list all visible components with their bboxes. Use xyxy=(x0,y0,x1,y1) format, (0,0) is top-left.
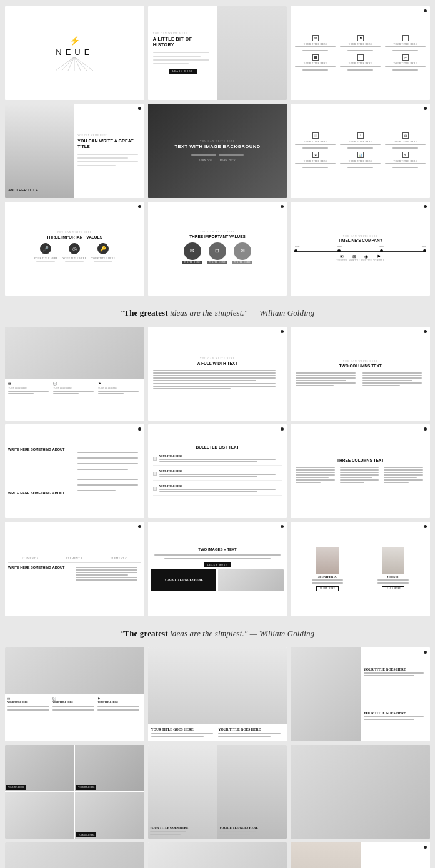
two-img-btn[interactable]: LEARN MORE xyxy=(204,562,232,567)
persons-layout: JENNIFER A. LEARN MORE JOHN D. LEARN MOR… xyxy=(296,547,425,591)
img-left: YOUR TITLE GOES HERE xyxy=(151,569,217,591)
history-title: A LITTLE BIT OF HISTORY xyxy=(153,36,212,47)
arch-bg: YOUR TITLE GOES HERE YOUR TITLE GOES HER… xyxy=(148,647,288,741)
icon-item-6: ✂ YOUR TITLE HERE xyxy=(384,54,427,72)
history-btn[interactable]: LEARN MORE xyxy=(169,69,197,74)
slide-text-img-bg[interactable]: YOU CAN WRITE HERE TEXT WITH IMAGE BACKG… xyxy=(148,104,288,197)
slide-photo-stairs-2[interactable]: YOUR TITLE GOES HERE YOUR TITLE GOES HER… xyxy=(5,842,144,868)
slide-three-vals-dark[interactable]: YOU CAN WRITE HERE THREE IMPORTANT VALUE… xyxy=(148,202,288,296)
quad4: YOUR TITLE HERE xyxy=(75,792,144,839)
quad1: YOUR TITLE HERE xyxy=(5,745,74,791)
vals-title: THREE IMPORTANT VALUES xyxy=(46,235,102,239)
mic-icon: 🎤 xyxy=(40,243,51,254)
icon-item-1: ✉ YOUR TITLE HERE xyxy=(294,35,337,52)
slide-photo-three[interactable]: ✉ YOUR TITLE HERE 💬 YOUR TITLE HERE ⚑ YO… xyxy=(5,647,144,741)
slide-bullet-list[interactable]: BULLETED LIST TEXT YOUR TITLE HERE YOUR … xyxy=(148,424,288,518)
quad3 xyxy=(5,792,74,839)
person1-btn[interactable]: LEARN MORE xyxy=(316,586,339,591)
section2-row1: ✉ YOUR TITLE HERE 💬 YOUR TITLE HERE ⚑ YO… xyxy=(5,327,430,421)
tl-year3: 2016 xyxy=(379,245,384,248)
slide-two-col-title[interactable]: WRITE HERE TITLE TWO WRITE HERE TITLE ON… xyxy=(291,842,430,868)
svg-line-1 xyxy=(62,57,74,71)
top-photo xyxy=(5,647,144,694)
slide-neue[interactable]: ⚡ NEUE xyxy=(5,6,144,100)
slide-dot xyxy=(281,427,284,431)
slide-two-titles-right[interactable]: YOUR TITLE GOES HERE YOUR TITLE GOES HER… xyxy=(291,647,430,741)
val-icon-3: 🔑 YOUR TITLE HERE xyxy=(91,243,115,263)
slide-write-about[interactable]: WRITE HERE SOMETHING ABOUT WRITE HERE SO… xyxy=(5,424,144,518)
tl-year4: 2020 xyxy=(421,245,426,248)
slide-full-width-text[interactable]: YOU CAN WRITE HERE A FULL WIDTH TEXT xyxy=(148,327,288,421)
vals-dark-title: THREE IMPORTANT VALUES xyxy=(189,234,246,239)
slide-three-col-text[interactable]: THREE COLUMNS TEXT xyxy=(291,424,430,518)
face-photo xyxy=(291,842,360,868)
icon-item-b6: ⎆ YOUR TITLE HERE xyxy=(384,152,427,169)
icon-item-b2: ↓ YOUR TITLE HERE xyxy=(339,132,382,150)
stairs-top: YOUR TITLE GOES HERE xyxy=(5,842,144,868)
section1-row1: ⚡ NEUE YOU CAN WRITE HERE A LITTLE BIT O… xyxy=(5,6,430,100)
photo-two-a-layout: YOUR TITLE GOES HERE YOUR TITLE GOES HER… xyxy=(148,745,288,839)
section3-row1: ✉ YOUR TITLE HERE 💬 YOUR TITLE HERE ⚑ YO… xyxy=(5,647,430,741)
quote2-text: "The greatest ideas are the simplest." —… xyxy=(121,629,314,638)
slide-history[interactable]: YOU CAN WRITE HERE A LITTLE BIT OF HISTO… xyxy=(148,6,288,100)
val-icon-2: ◎ YOUR TITLE HERE xyxy=(62,243,86,263)
slide-timeline[interactable]: YOU CAN WRITE HERE TIMELINE'S COMPANY 20… xyxy=(291,202,430,296)
slide-photo-arch-right[interactable] xyxy=(291,745,430,839)
neue-title: NEUE xyxy=(56,47,93,57)
twocols-supertitle: YOU CAN WRITE HERE xyxy=(343,360,378,362)
ph-col1: ✉ YOUR TITLE HERE xyxy=(8,697,51,739)
write-about-1: WRITE HERE SOMETHING ABOUT xyxy=(8,447,71,452)
col3: ⚑ YOUR TITLE HERE xyxy=(98,382,141,418)
arrows-icon: ↔ xyxy=(358,54,364,61)
section3-row3: YOUR TITLE GOES HERE YOUR TITLE GOES HER… xyxy=(5,842,430,868)
tl-item1: ✉ Your Title xyxy=(337,254,348,262)
another-title-text: ANOTHER TITLE xyxy=(8,188,38,193)
slide-another-title[interactable]: ANOTHER TITLE YOU CAN WRITE HERE YOU CAN… xyxy=(5,104,144,197)
neue-decoration xyxy=(52,57,96,71)
slide-elements[interactable]: ELEMENT A ELEMENT B ELEMENT C WRITE HERE… xyxy=(5,522,144,616)
slide-six-icons-b[interactable]: ⬜ YOUR TITLE HERE ↓ YOUR TITLE HERE ⊞ YO… xyxy=(291,104,430,197)
person2-btn[interactable]: LEARN MORE xyxy=(382,586,404,591)
pta-photo1: YOUR TITLE GOES HERE xyxy=(148,745,218,839)
icon-item-b1: ⬜ YOUR TITLE HERE xyxy=(294,132,337,150)
section2-row3: ELEMENT A ELEMENT B ELEMENT C WRITE HERE… xyxy=(5,522,430,616)
tl-dot3 xyxy=(380,249,383,252)
bolt-icon: ⚡ xyxy=(69,36,80,46)
svg-line-4 xyxy=(74,57,81,71)
slide-dot xyxy=(281,330,284,333)
slide-photo-quad[interactable]: YOUR TITLE HERE YOUR TITLE HERE YOUR TIT… xyxy=(5,745,144,839)
slide-two-img-text[interactable]: TWO IMAGES + TEXT LEARN MORE YOUR TITLE … xyxy=(148,522,288,616)
slide-three-vals-light[interactable]: YOU CAN WRITE HERE THREE IMPORTANT VALUE… xyxy=(5,202,144,296)
bullet-sq-2 xyxy=(153,472,157,476)
slide-photo-full-arch[interactable]: YOUR TITLE GOES HERE YOUR TITLE GOES HER… xyxy=(148,647,288,741)
person1-card: JENNIFER A. LEARN MORE xyxy=(296,547,359,591)
icon-item-b5: 📊 YOUR TITLE HERE xyxy=(339,152,382,169)
quote2-bold: The greatest xyxy=(124,629,168,638)
person2-photo xyxy=(382,547,404,574)
quote1-author: William Golding xyxy=(259,308,314,317)
svg-line-0 xyxy=(56,57,74,71)
slide-two-cols[interactable]: YOU CAN WRITE HERE TWO COLUMNS TEXT xyxy=(291,327,430,421)
person2-name: JOHN D. xyxy=(387,576,399,579)
col3-label: ⚑ xyxy=(98,382,141,386)
empty-icon xyxy=(402,35,409,41)
slide-img-three-col[interactable]: ✉ YOUR TITLE HERE 💬 YOUR TITLE HERE ⚑ YO… xyxy=(5,327,144,421)
slide-six-icons[interactable]: ✉ YOUR TITLE HERE ⚑ YOUR TITLE HERE YOUR… xyxy=(291,6,430,100)
img-bg-title: TEXT WITH IMAGE BACKGROUND xyxy=(174,144,260,149)
timeline-title: TIMELINE'S COMPANY xyxy=(338,238,382,242)
dark-val-3: ✉ WRITE HERE xyxy=(232,242,252,264)
slide-photo-two-a[interactable]: YOUR TITLE GOES HERE YOUR TITLE GOES HER… xyxy=(148,745,288,839)
slide-photo-hand-2[interactable]: YOUR TITLE GOES HERE YOUR TITLE GOES HER… xyxy=(148,842,288,868)
slide-dot xyxy=(138,107,141,110)
slide-two-persons[interactable]: JENNIFER A. LEARN MORE JOHN D. LEARN MOR… xyxy=(291,522,430,616)
arch-title2: YOUR TITLE GOES HERE xyxy=(218,727,284,732)
dark-circle-2: ⊞ xyxy=(209,242,226,260)
camera-icon: ⬛ xyxy=(312,54,319,61)
tcol-1 xyxy=(296,466,337,484)
two-img-grid: YOUR TITLE GOES HERE xyxy=(151,569,284,591)
target-icon: ◎ xyxy=(69,243,80,254)
quad-overlay1: YOUR TITLE HERE xyxy=(6,785,26,790)
col1: ✉ YOUR TITLE HERE xyxy=(8,382,51,418)
slide-dot xyxy=(281,205,284,208)
svg-line-5 xyxy=(74,57,87,71)
